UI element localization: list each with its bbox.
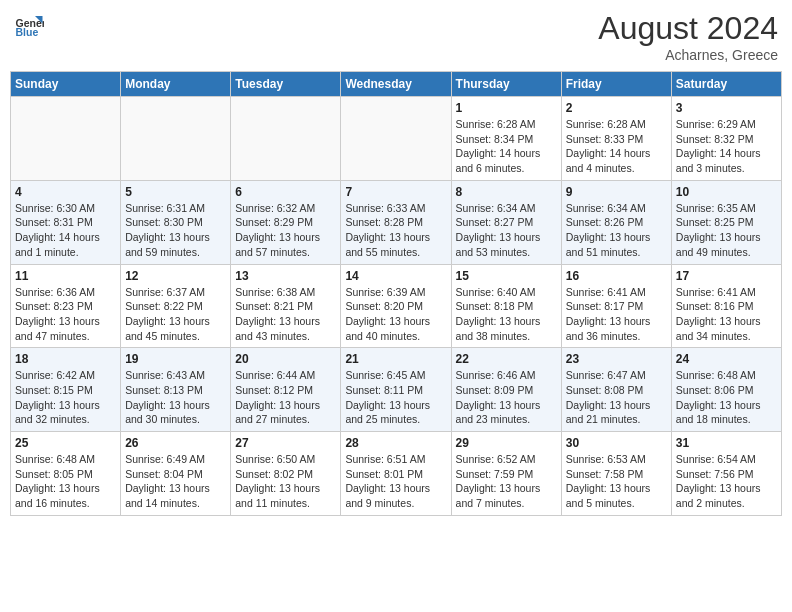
day-number: 18 bbox=[15, 352, 116, 366]
calendar-cell: 7Sunrise: 6:33 AM Sunset: 8:28 PM Daylig… bbox=[341, 180, 451, 264]
day-info: Sunrise: 6:39 AM Sunset: 8:20 PM Dayligh… bbox=[345, 285, 446, 344]
calendar-cell: 13Sunrise: 6:38 AM Sunset: 8:21 PM Dayli… bbox=[231, 264, 341, 348]
day-info: Sunrise: 6:28 AM Sunset: 8:34 PM Dayligh… bbox=[456, 117, 557, 176]
day-info: Sunrise: 6:32 AM Sunset: 8:29 PM Dayligh… bbox=[235, 201, 336, 260]
calendar-cell bbox=[11, 97, 121, 181]
calendar-cell: 28Sunrise: 6:51 AM Sunset: 8:01 PM Dayli… bbox=[341, 432, 451, 516]
calendar-cell: 21Sunrise: 6:45 AM Sunset: 8:11 PM Dayli… bbox=[341, 348, 451, 432]
logo-icon: General Blue bbox=[14, 10, 44, 40]
calendar-cell: 18Sunrise: 6:42 AM Sunset: 8:15 PM Dayli… bbox=[11, 348, 121, 432]
day-number: 24 bbox=[676, 352, 777, 366]
calendar-week-row: 4Sunrise: 6:30 AM Sunset: 8:31 PM Daylig… bbox=[11, 180, 782, 264]
day-number: 3 bbox=[676, 101, 777, 115]
svg-text:Blue: Blue bbox=[16, 26, 39, 38]
day-info: Sunrise: 6:29 AM Sunset: 8:32 PM Dayligh… bbox=[676, 117, 777, 176]
day-number: 21 bbox=[345, 352, 446, 366]
day-number: 23 bbox=[566, 352, 667, 366]
day-number: 31 bbox=[676, 436, 777, 450]
weekday-header-row: SundayMondayTuesdayWednesdayThursdayFrid… bbox=[11, 72, 782, 97]
day-number: 14 bbox=[345, 269, 446, 283]
calendar-cell: 8Sunrise: 6:34 AM Sunset: 8:27 PM Daylig… bbox=[451, 180, 561, 264]
day-info: Sunrise: 6:45 AM Sunset: 8:11 PM Dayligh… bbox=[345, 368, 446, 427]
day-info: Sunrise: 6:30 AM Sunset: 8:31 PM Dayligh… bbox=[15, 201, 116, 260]
calendar-cell: 14Sunrise: 6:39 AM Sunset: 8:20 PM Dayli… bbox=[341, 264, 451, 348]
day-number: 6 bbox=[235, 185, 336, 199]
calendar-cell: 24Sunrise: 6:48 AM Sunset: 8:06 PM Dayli… bbox=[671, 348, 781, 432]
day-info: Sunrise: 6:44 AM Sunset: 8:12 PM Dayligh… bbox=[235, 368, 336, 427]
weekday-header-tuesday: Tuesday bbox=[231, 72, 341, 97]
day-number: 17 bbox=[676, 269, 777, 283]
calendar-cell: 27Sunrise: 6:50 AM Sunset: 8:02 PM Dayli… bbox=[231, 432, 341, 516]
calendar-cell bbox=[121, 97, 231, 181]
day-number: 20 bbox=[235, 352, 336, 366]
day-info: Sunrise: 6:36 AM Sunset: 8:23 PM Dayligh… bbox=[15, 285, 116, 344]
calendar-table: SundayMondayTuesdayWednesdayThursdayFrid… bbox=[10, 71, 782, 516]
calendar-cell: 1Sunrise: 6:28 AM Sunset: 8:34 PM Daylig… bbox=[451, 97, 561, 181]
day-number: 8 bbox=[456, 185, 557, 199]
weekday-header-monday: Monday bbox=[121, 72, 231, 97]
calendar-cell: 19Sunrise: 6:43 AM Sunset: 8:13 PM Dayli… bbox=[121, 348, 231, 432]
day-number: 4 bbox=[15, 185, 116, 199]
calendar-cell: 10Sunrise: 6:35 AM Sunset: 8:25 PM Dayli… bbox=[671, 180, 781, 264]
calendar-cell: 5Sunrise: 6:31 AM Sunset: 8:30 PM Daylig… bbox=[121, 180, 231, 264]
day-info: Sunrise: 6:50 AM Sunset: 8:02 PM Dayligh… bbox=[235, 452, 336, 511]
day-number: 1 bbox=[456, 101, 557, 115]
day-info: Sunrise: 6:49 AM Sunset: 8:04 PM Dayligh… bbox=[125, 452, 226, 511]
calendar-cell: 6Sunrise: 6:32 AM Sunset: 8:29 PM Daylig… bbox=[231, 180, 341, 264]
day-number: 2 bbox=[566, 101, 667, 115]
day-info: Sunrise: 6:51 AM Sunset: 8:01 PM Dayligh… bbox=[345, 452, 446, 511]
day-info: Sunrise: 6:48 AM Sunset: 8:06 PM Dayligh… bbox=[676, 368, 777, 427]
calendar-week-row: 1Sunrise: 6:28 AM Sunset: 8:34 PM Daylig… bbox=[11, 97, 782, 181]
day-info: Sunrise: 6:28 AM Sunset: 8:33 PM Dayligh… bbox=[566, 117, 667, 176]
day-number: 27 bbox=[235, 436, 336, 450]
day-number: 25 bbox=[15, 436, 116, 450]
calendar-cell: 3Sunrise: 6:29 AM Sunset: 8:32 PM Daylig… bbox=[671, 97, 781, 181]
calendar-cell bbox=[341, 97, 451, 181]
calendar-week-row: 18Sunrise: 6:42 AM Sunset: 8:15 PM Dayli… bbox=[11, 348, 782, 432]
calendar-cell bbox=[231, 97, 341, 181]
calendar-cell: 25Sunrise: 6:48 AM Sunset: 8:05 PM Dayli… bbox=[11, 432, 121, 516]
day-info: Sunrise: 6:33 AM Sunset: 8:28 PM Dayligh… bbox=[345, 201, 446, 260]
calendar-cell: 23Sunrise: 6:47 AM Sunset: 8:08 PM Dayli… bbox=[561, 348, 671, 432]
location-subtitle: Acharnes, Greece bbox=[598, 47, 778, 63]
calendar-cell: 17Sunrise: 6:41 AM Sunset: 8:16 PM Dayli… bbox=[671, 264, 781, 348]
calendar-cell: 9Sunrise: 6:34 AM Sunset: 8:26 PM Daylig… bbox=[561, 180, 671, 264]
calendar-cell: 29Sunrise: 6:52 AM Sunset: 7:59 PM Dayli… bbox=[451, 432, 561, 516]
calendar-cell: 11Sunrise: 6:36 AM Sunset: 8:23 PM Dayli… bbox=[11, 264, 121, 348]
weekday-header-sunday: Sunday bbox=[11, 72, 121, 97]
calendar-week-row: 11Sunrise: 6:36 AM Sunset: 8:23 PM Dayli… bbox=[11, 264, 782, 348]
calendar-cell: 31Sunrise: 6:54 AM Sunset: 7:56 PM Dayli… bbox=[671, 432, 781, 516]
weekday-header-wednesday: Wednesday bbox=[341, 72, 451, 97]
day-info: Sunrise: 6:38 AM Sunset: 8:21 PM Dayligh… bbox=[235, 285, 336, 344]
day-info: Sunrise: 6:47 AM Sunset: 8:08 PM Dayligh… bbox=[566, 368, 667, 427]
day-info: Sunrise: 6:35 AM Sunset: 8:25 PM Dayligh… bbox=[676, 201, 777, 260]
day-number: 16 bbox=[566, 269, 667, 283]
day-info: Sunrise: 6:52 AM Sunset: 7:59 PM Dayligh… bbox=[456, 452, 557, 511]
month-year-title: August 2024 bbox=[598, 10, 778, 47]
day-info: Sunrise: 6:40 AM Sunset: 8:18 PM Dayligh… bbox=[456, 285, 557, 344]
day-info: Sunrise: 6:46 AM Sunset: 8:09 PM Dayligh… bbox=[456, 368, 557, 427]
day-info: Sunrise: 6:54 AM Sunset: 7:56 PM Dayligh… bbox=[676, 452, 777, 511]
day-number: 10 bbox=[676, 185, 777, 199]
day-info: Sunrise: 6:41 AM Sunset: 8:17 PM Dayligh… bbox=[566, 285, 667, 344]
weekday-header-saturday: Saturday bbox=[671, 72, 781, 97]
calendar-week-row: 25Sunrise: 6:48 AM Sunset: 8:05 PM Dayli… bbox=[11, 432, 782, 516]
logo: General Blue bbox=[14, 10, 44, 40]
day-info: Sunrise: 6:37 AM Sunset: 8:22 PM Dayligh… bbox=[125, 285, 226, 344]
day-info: Sunrise: 6:48 AM Sunset: 8:05 PM Dayligh… bbox=[15, 452, 116, 511]
day-number: 28 bbox=[345, 436, 446, 450]
day-number: 22 bbox=[456, 352, 557, 366]
day-info: Sunrise: 6:31 AM Sunset: 8:30 PM Dayligh… bbox=[125, 201, 226, 260]
day-info: Sunrise: 6:41 AM Sunset: 8:16 PM Dayligh… bbox=[676, 285, 777, 344]
day-info: Sunrise: 6:34 AM Sunset: 8:27 PM Dayligh… bbox=[456, 201, 557, 260]
day-number: 30 bbox=[566, 436, 667, 450]
calendar-cell: 26Sunrise: 6:49 AM Sunset: 8:04 PM Dayli… bbox=[121, 432, 231, 516]
day-number: 9 bbox=[566, 185, 667, 199]
day-number: 12 bbox=[125, 269, 226, 283]
day-info: Sunrise: 6:34 AM Sunset: 8:26 PM Dayligh… bbox=[566, 201, 667, 260]
day-number: 15 bbox=[456, 269, 557, 283]
day-number: 29 bbox=[456, 436, 557, 450]
calendar-cell: 22Sunrise: 6:46 AM Sunset: 8:09 PM Dayli… bbox=[451, 348, 561, 432]
weekday-header-friday: Friday bbox=[561, 72, 671, 97]
calendar-cell: 4Sunrise: 6:30 AM Sunset: 8:31 PM Daylig… bbox=[11, 180, 121, 264]
